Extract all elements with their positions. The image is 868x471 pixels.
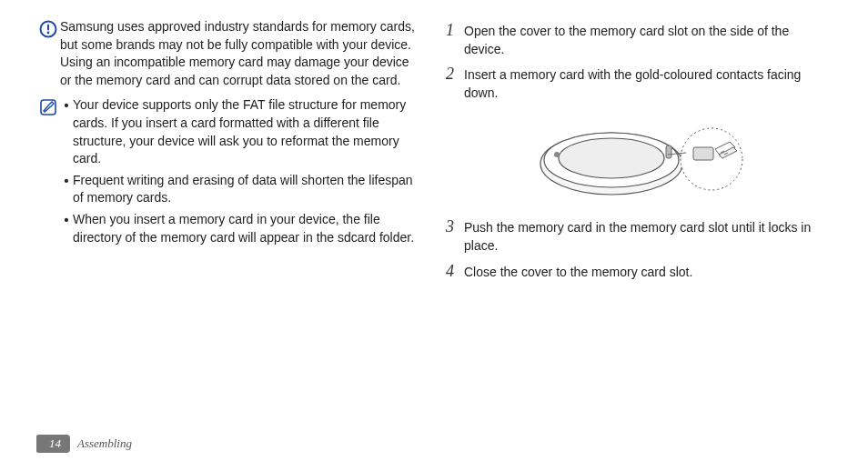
content-columns: Samsung uses approved industry standards… (36, 18, 832, 288)
svg-rect-10 (693, 147, 713, 160)
bullet-icon: • (60, 172, 73, 191)
step-number: 1 (446, 22, 464, 40)
notes-list: • Your device supports only the FAT file… (60, 96, 422, 250)
step-2: 2 Insert a memory card with the gold-col… (446, 65, 832, 102)
step-text: Insert a memory card with the gold-colou… (464, 65, 832, 102)
svg-point-6 (559, 138, 664, 178)
step-3: 3 Push the memory card in the memory car… (446, 218, 832, 255)
warning-block: Samsung uses approved industry standards… (36, 18, 422, 89)
note-icon (36, 96, 60, 116)
svg-rect-3 (41, 100, 56, 115)
notes-block: • Your device supports only the FAT file… (36, 96, 422, 250)
bullet-icon: • (60, 96, 73, 115)
warning-text: Samsung uses approved industry standards… (60, 18, 422, 89)
svg-point-2 (47, 32, 50, 35)
step-4: 4 Close the cover to the memory card slo… (446, 263, 832, 282)
section-name: Assembling (77, 436, 132, 451)
svg-point-7 (554, 152, 560, 157)
page-number-badge: 14 (36, 435, 70, 453)
list-item: • Frequent writing and erasing of data w… (60, 172, 422, 207)
svg-rect-1 (47, 25, 49, 31)
right-column: 1 Open the cover to the memory card slot… (446, 18, 832, 288)
step-number: 4 (446, 263, 464, 281)
step-text: Push the memory card in the memory card … (464, 218, 832, 255)
step-text: Close the cover to the memory card slot. (464, 263, 832, 282)
bullet-icon: • (60, 211, 73, 230)
step-number: 2 (446, 65, 464, 84)
step-number: 3 (446, 218, 464, 236)
left-column: Samsung uses approved industry standards… (36, 18, 422, 288)
note-item-text: When you insert a memory card in your de… (73, 211, 422, 246)
step-text: Open the cover to the memory card slot o… (464, 22, 832, 58)
exclamation-icon (36, 18, 60, 38)
step-1: 1 Open the cover to the memory card slot… (446, 22, 832, 58)
svg-rect-8 (666, 145, 671, 158)
manual-page: Samsung uses approved industry standards… (0, 0, 868, 471)
note-item-text: Frequent writing and erasing of data wil… (73, 172, 422, 207)
page-footer: 14 Assembling (36, 435, 132, 453)
note-item-text: Your device supports only the FAT file s… (73, 96, 422, 167)
list-item: • When you insert a memory card in your … (60, 211, 422, 246)
phone-memorycard-illustration (446, 109, 832, 209)
list-item: • Your device supports only the FAT file… (60, 96, 422, 167)
